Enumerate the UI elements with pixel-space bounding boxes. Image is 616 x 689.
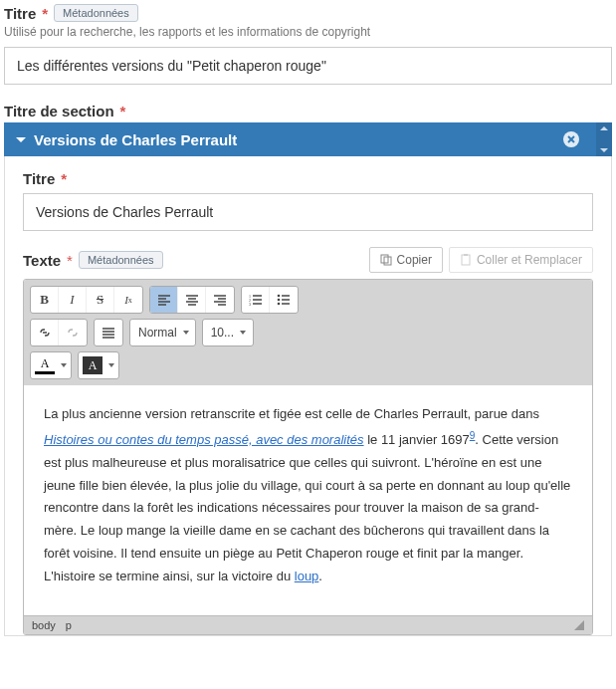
histoires-link[interactable]: Histoires ou contes du temps passé, avec… — [44, 432, 364, 447]
reorder-handle[interactable] — [596, 122, 612, 156]
copy-icon — [380, 254, 392, 266]
inner-titre-label: Titre — [23, 170, 55, 187]
section-header-bar[interactable]: Versions de Charles Perrault — [4, 122, 612, 156]
caret-down-icon — [183, 331, 189, 335]
caret-down-icon — [240, 331, 246, 335]
svg-point-26 — [278, 299, 281, 302]
inner-titre-input[interactable] — [23, 193, 593, 231]
bg-color-button[interactable]: A — [78, 351, 119, 379]
unordered-list-button[interactable] — [270, 287, 298, 313]
ordered-list-button[interactable]: 123 — [242, 287, 270, 313]
align-center-button[interactable] — [178, 287, 206, 313]
collapse-toggle-icon[interactable] — [16, 137, 26, 142]
section-titre-label: Titre de section — [4, 103, 114, 119]
section-header-title: Versions de Charles Perrault — [34, 131, 237, 148]
svg-point-27 — [278, 303, 281, 306]
format-select[interactable]: Normal — [129, 319, 196, 346]
required-marker: * — [67, 252, 73, 269]
clear-format-button[interactable]: Ix — [114, 287, 142, 313]
copy-button[interactable]: Copier — [369, 247, 443, 273]
unlink-button[interactable] — [59, 320, 87, 345]
required-marker: * — [61, 170, 67, 187]
chevron-down-icon[interactable] — [600, 148, 608, 152]
titre-input[interactable] — [4, 47, 612, 85]
metadata-badge[interactable]: Métadonnées — [79, 251, 163, 269]
svg-text:2: 2 — [249, 298, 251, 303]
align-right-button[interactable] — [206, 287, 234, 313]
fontsize-select[interactable]: 10... — [202, 319, 254, 346]
align-left-button[interactable] — [150, 287, 178, 313]
svg-text:3: 3 — [249, 302, 251, 306]
align-justify-button[interactable] — [95, 320, 122, 345]
path-p[interactable]: p — [66, 619, 72, 631]
link-button[interactable] — [31, 320, 59, 345]
editor-content[interactable]: La plus ancienne version retranscrite et… — [24, 385, 592, 615]
strike-button[interactable]: S — [87, 287, 114, 313]
resize-handle-icon[interactable] — [574, 620, 584, 630]
paste-replace-button[interactable]: Coller et Remplacer — [449, 247, 593, 273]
svg-rect-6 — [464, 254, 468, 256]
path-body[interactable]: body — [32, 619, 56, 631]
titre-help: Utilisé pour la recherche, les rapports … — [4, 25, 612, 39]
titre-label: Titre — [4, 5, 36, 22]
italic-button[interactable]: I — [59, 287, 87, 313]
required-marker: * — [120, 103, 126, 119]
content-paragraph[interactable]: La plus ancienne version retranscrite et… — [44, 403, 572, 587]
loup-link[interactable]: loup — [295, 569, 319, 583]
editor-status-bar: body p — [24, 615, 592, 634]
svg-point-25 — [278, 295, 281, 298]
caret-down-icon — [108, 363, 114, 367]
chevron-up-icon[interactable] — [600, 126, 608, 130]
svg-text:1: 1 — [249, 294, 251, 299]
caret-down-icon — [61, 363, 67, 367]
rich-text-editor: B I S Ix — [23, 279, 593, 635]
svg-rect-5 — [462, 255, 470, 265]
bold-button[interactable]: B — [31, 287, 59, 313]
editor-toolbar: B I S Ix — [24, 280, 592, 385]
required-marker: * — [42, 5, 48, 22]
text-color-button[interactable]: A — [30, 351, 72, 379]
paste-icon — [460, 254, 472, 266]
close-icon[interactable] — [562, 130, 580, 148]
metadata-badge[interactable]: Métadonnées — [54, 4, 138, 22]
texte-label: Texte — [23, 252, 61, 269]
